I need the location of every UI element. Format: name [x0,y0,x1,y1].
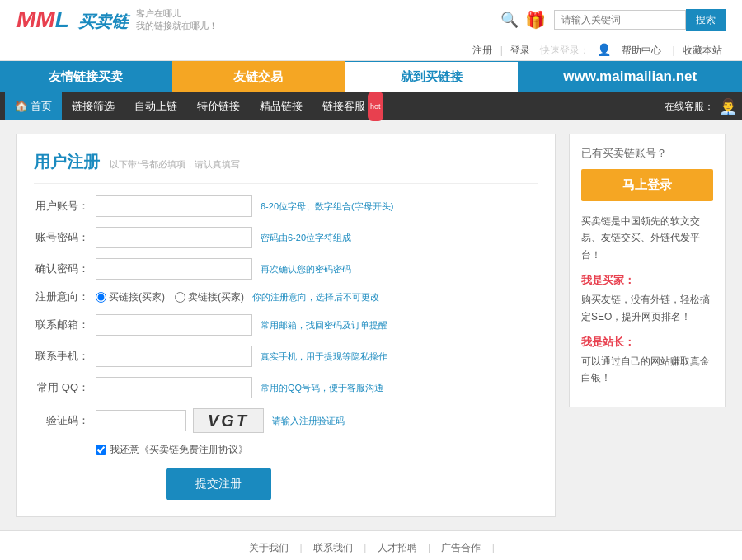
captcha-label: 验证码： [34,413,96,428]
email-hint: 常用邮箱，找回密码及订单提醒 [261,319,538,332]
form-title: 用户注册 [34,151,100,173]
password-hint: 密码由6-20位字符组成 [261,232,538,244]
logo-subtitle: 客户在哪儿 我的链接就在哪儿！ [136,7,218,33]
help-center-link[interactable]: 帮助中心 [622,45,661,56]
sidebar-buyer-title: 我是买家： [581,273,713,288]
form-subtitle: 以下带*号都必填项，请认真填写 [110,158,240,171]
content: 用户注册 以下带*号都必填项，请认真填写 用户账号： 6-20位字母、数字组合(… [0,120,742,530]
agree-checkbox[interactable] [96,445,106,455]
password-row: 账号密码： 密码由6-20位字符组成 [34,227,538,248]
confirm-input[interactable] [96,258,252,280]
footer-links: 关于我们 | 联系我们 | 人才招聘 | 广告合作 | [10,541,732,555]
username-row: 用户账号： 6-20位字母、数字组合(字母开头) [34,195,538,217]
collect-link[interactable]: 收藏本站 [683,45,722,56]
home-icon: 🏠 [15,92,28,120]
email-label: 联系邮箱： [34,318,96,332]
login-link[interactable]: 登录 [510,45,530,56]
banner-url[interactable]: www.maimailian.net [519,61,742,92]
username-hint: 6-20位字母、数字组合(字母开头) [261,200,538,213]
top-links: 注册 | 登录 快速登录： 👤 帮助中心 | 收藏本站 [0,40,742,61]
password-label: 账号密码： [34,230,96,245]
captcha-input[interactable] [96,410,186,431]
header-right: 🔍 🎁 搜索 [500,9,726,31]
nav-badge: hot [368,92,383,121]
phone-hint: 真实手机，用于提现等隐私操作 [261,351,538,363]
sidebar: 已有买卖链账号？ 马上登录 买卖链是中国领先的软文交易、友链交买、外链代发平台！… [569,134,726,517]
email-row: 联系邮箱： 常用邮箱，找回密码及订单提醒 [34,314,538,336]
header: MML 买卖链 客户在哪儿 我的链接就在哪儿！ 🔍 🎁 搜索 [0,0,742,40]
form-section: 用户注册 以下带*号都必填项，请认真填写 用户账号： 6-20位字母、数字组合(… [16,134,556,517]
captcha-row: 验证码： VGT 请输入注册验证码 [34,408,538,433]
sidebar-seller-title: 我是站长： [581,335,713,350]
footer-divider2: | [364,542,366,553]
phone-label: 联系手机： [34,349,96,364]
sidebar-seller-desc: 可以通过自己的网站赚取真金白银！ [581,353,713,387]
footer-divider3: | [428,542,430,553]
gift-icon[interactable]: 🎁 [525,10,546,30]
sidebar-description: 买卖链是中国领先的软文交易、友链交买、外链代发平台！ [581,213,713,263]
search-input[interactable] [554,10,686,30]
footer-link-contact[interactable]: 联系我们 [313,542,353,553]
phone-input[interactable] [96,346,252,367]
regtype-hint: 你的注册意向，选择后不可更改 [252,291,538,304]
header-icons: 🔍 🎁 [500,10,546,30]
username-input[interactable] [96,195,252,217]
online-service: 在线客服： 👨‍💼 [665,97,737,115]
sidebar-login-button[interactable]: 马上登录 [581,169,713,201]
service-icon[interactable]: 👨‍💼 [719,97,737,115]
submit-area: 提交注册 [96,468,538,500]
submit-button[interactable]: 提交注册 [166,468,271,500]
radio-seller-input[interactable] [175,292,186,303]
search-button[interactable]: 搜索 [686,9,726,31]
register-link[interactable]: 注册 [472,45,492,56]
qq-input[interactable] [96,377,252,398]
footer: 关于我们 | 联系我们 | 人才招聘 | 广告合作 | 查询QQ：3085154… [0,530,742,560]
banner-trade[interactable]: 友链交易 [172,61,345,92]
radio-seller[interactable]: 卖链接(买家) [175,290,244,304]
search-box: 搜索 [554,9,726,31]
footer-divider1: | [299,542,302,553]
confirm-row: 确认密码： 再次确认您的密码密码 [34,258,538,280]
nav-home[interactable]: 🏠 首页 [5,92,62,120]
phone-row: 联系手机： 真实手机，用于提现等隐私操作 [34,346,538,367]
banner-strip: 友情链接买卖 友链交易 就到买链接 www.maimailian.net [0,61,742,92]
nav-auto[interactable]: 自动上链 [124,92,187,120]
captcha-image: VGT [193,408,264,433]
radio-group: 买链接(买家) 卖链接(买家) [96,290,244,304]
regtype-row: 注册意向： 买链接(买家) 卖链接(买家) 你的注册意向，选择后不可更改 [34,289,538,304]
sidebar-buyer-desc: 购买友链，没有外链，轻松搞定SEO，提升网页排名！ [581,291,713,325]
quick-login-label: 快速登录： [540,45,589,56]
nav-premium[interactable]: 精品链接 [250,92,312,120]
nav-special[interactable]: 特价链接 [187,92,250,120]
radio-buyer-input[interactable] [96,292,106,303]
agree-text: 我还意《买卖链免费注册协议》 [110,443,248,457]
password-input[interactable] [96,227,252,248]
captcha-hint: 请输入注册验证码 [272,415,538,427]
search-icon[interactable]: 🔍 [500,11,519,29]
quick-login-icon[interactable]: 👤 [597,43,611,56]
footer-divider4: | [492,542,495,553]
confirm-label: 确认密码： [34,261,96,276]
banner-buy[interactable]: 就到买链接 [345,61,519,92]
logo-text: MML 买卖链 [16,7,128,33]
banner-friendship[interactable]: 友情链接买卖 [0,61,172,92]
qq-hint: 常用的QQ号码，便于客服沟通 [261,382,538,394]
nav-filter[interactable]: 链接筛选 [62,92,124,120]
form-divider [34,183,538,184]
sidebar-account-title: 已有买卖链账号？ [581,146,713,161]
radio-buyer[interactable]: 买链接(买家) [96,290,165,304]
email-input[interactable] [96,314,252,336]
footer-link-about[interactable]: 关于我们 [249,542,289,553]
footer-link-ad[interactable]: 广告合作 [441,542,481,553]
footer-link-jobs[interactable]: 人才招聘 [378,542,417,553]
agree-row: 我还意《买卖链免费注册协议》 [96,443,538,457]
username-label: 用户账号： [34,199,96,214]
qq-row: 常用 QQ： 常用的QQ号码，便于客服沟通 [34,377,538,398]
main-nav: 🏠 首页 链接筛选 自动上链 特价链接 精品链接 链接客服 hot 在线客服： … [0,92,742,120]
sidebar-box: 已有买卖链账号？ 马上登录 买卖链是中国领先的软文交易、友链交买、外链代发平台！… [569,134,726,407]
regtype-label: 注册意向： [34,289,96,304]
qq-label: 常用 QQ： [34,380,96,395]
nav-service[interactable]: 链接客服 hot [312,92,393,120]
logo: MML 买卖链 客户在哪儿 我的链接就在哪儿！ [16,7,218,33]
confirm-hint: 再次确认您的密码密码 [261,263,538,275]
